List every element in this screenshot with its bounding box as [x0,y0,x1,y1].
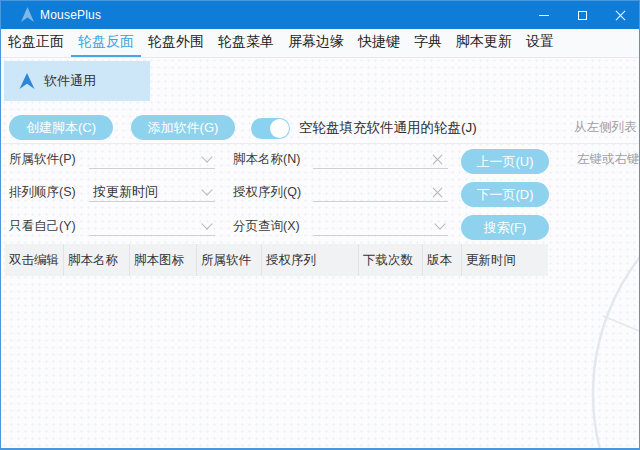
software-common-header[interactable]: 软件通用 [4,61,150,101]
previous-page-button[interactable]: 上一页(U) [461,149,549,174]
column-script-icon: 脚本图标 [130,244,197,276]
minimize-icon [539,15,549,16]
license-serial-label: 授权序列(Q) [233,182,301,202]
close-icon [615,10,626,21]
search-button[interactable]: 搜索(F) [461,215,549,240]
column-download-count: 下载次数 [359,244,423,276]
script-name-label: 脚本名称(N) [233,149,300,169]
window-controls [525,1,639,29]
main-tabbar: 轮盘正面 轮盘反面 轮盘外围 轮盘菜单 屏幕边缘 快捷键 字典 脚本更新 设置 [1,29,639,58]
toolbar-divider [1,143,639,144]
license-serial-input[interactable] [313,182,448,202]
app-window: MousePlus 轮盘正面 轮盘反面 轮盘外围 轮盘菜单 屏幕边缘 快捷键 字… [0,0,640,450]
column-script-name: 脚本名称 [64,244,130,276]
tab-hotkeys[interactable]: 快捷键 [351,29,407,57]
minimize-button[interactable] [525,1,563,29]
tab-dictionary[interactable]: 字典 [407,29,449,57]
fill-empty-wheel-toggle-label: 空轮盘填充软件通用的轮盘(J) [299,115,477,140]
column-owner-software: 所属软件 [197,244,262,276]
script-table-header: 双击编辑 脚本名称 脚本图标 所属软件 授权序列 下载次数 版本 更新时间 [5,244,548,276]
tab-script-update[interactable]: 脚本更新 [449,29,519,57]
chevron-down-icon[interactable] [201,151,212,162]
mouseplus-logo-icon [21,7,34,23]
toggle-knob [270,119,289,138]
sort-order-label: 排列顺序(S) [9,182,76,202]
sort-order-value: 按更新时间 [93,184,158,199]
add-software-button[interactable]: 添加软件(G) [131,115,235,140]
maximize-icon [578,11,587,20]
tab-wheel-front[interactable]: 轮盘正面 [1,29,71,57]
section-title: 软件通用 [44,72,96,90]
only-mine-label: 只看自己(Y) [9,216,76,236]
tab-wheel-menu[interactable]: 轮盘菜单 [211,29,281,57]
column-version: 版本 [423,244,462,276]
column-double-click-edit: 双击编辑 [5,244,64,276]
maximize-button[interactable] [563,1,601,29]
tab-wheel-outer[interactable]: 轮盘外围 [141,29,211,57]
sort-order-dropdown[interactable]: 按更新时间 [89,182,215,202]
tab-screen-edge[interactable]: 屏幕边缘 [281,29,351,57]
fill-empty-wheel-toggle[interactable] [251,118,290,139]
chevron-down-icon[interactable] [201,184,212,195]
clear-icon[interactable] [432,154,443,165]
page-query-dropdown[interactable] [313,216,448,236]
cursor-arrow-icon [19,72,35,90]
owner-software-dropdown[interactable] [89,149,215,169]
hint-from-left-list: 从左侧列表 [574,115,637,140]
tab-settings[interactable]: 设置 [519,29,561,57]
close-button[interactable] [601,1,639,29]
wheel-watermark [551,249,639,449]
tab-wheel-back[interactable]: 轮盘反面 [71,29,141,57]
titlebar: MousePlus [1,1,639,29]
hint-left-or-right-key: 左键或右键 [577,149,640,169]
chevron-down-icon[interactable] [434,218,445,229]
only-mine-dropdown[interactable] [89,216,215,236]
page-query-label: 分页查询(X) [233,216,300,236]
create-script-button[interactable]: 创建脚本(C) [9,115,113,140]
script-name-input[interactable] [313,149,448,169]
clear-icon[interactable] [432,187,443,198]
column-license-serial: 授权序列 [262,244,359,276]
next-page-button[interactable]: 下一页(D) [461,182,549,207]
window-title: MousePlus [40,8,101,22]
owner-software-label: 所属软件(P) [9,149,76,169]
column-update-time: 更新时间 [462,244,548,276]
chevron-down-icon[interactable] [201,218,212,229]
